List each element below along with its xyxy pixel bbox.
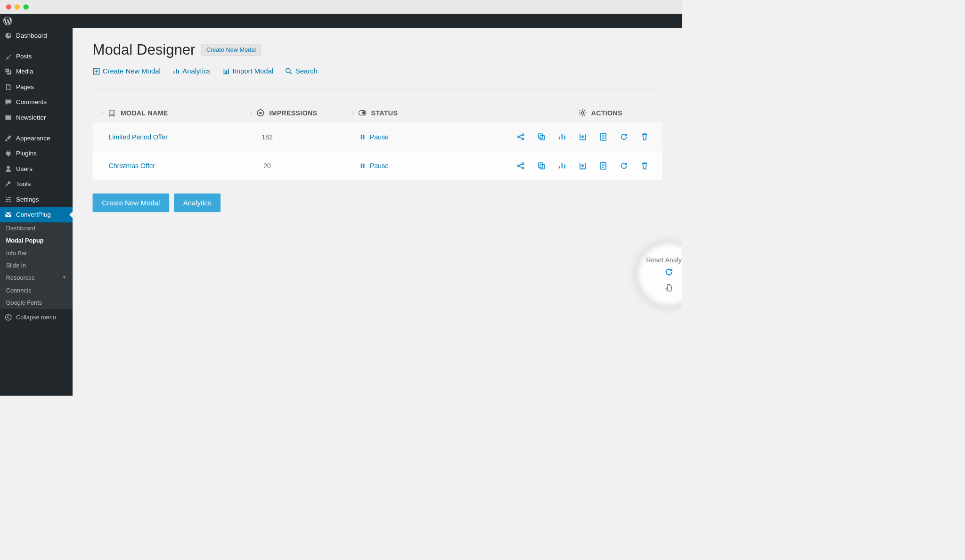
submenu-resources[interactable]: Resources▼ xyxy=(0,272,73,284)
svg-rect-9 xyxy=(363,135,365,139)
sidebar-item-dashboard[interactable]: Dashboard xyxy=(0,28,73,43)
sliders-icon xyxy=(5,196,12,203)
submenu-google-fonts[interactable]: Google Fonts xyxy=(0,297,73,309)
plus-square-icon xyxy=(93,68,100,75)
toolbar-create-modal[interactable]: Create New Modal xyxy=(93,67,161,75)
status-toggle[interactable]: Pause xyxy=(359,133,389,140)
sidebar-item-appearance[interactable]: Appearance xyxy=(0,130,73,146)
submenu-connects[interactable]: Connects xyxy=(0,284,73,297)
refresh-icon[interactable] xyxy=(620,162,628,170)
collapse-label: Collapse menu xyxy=(16,314,56,321)
analytics-footer-button[interactable]: Analytics xyxy=(174,194,221,212)
table-row: Limited Period Offer 182 Pause xyxy=(93,122,662,151)
chevron-right-icon[interactable] xyxy=(99,110,105,115)
trash-icon[interactable] xyxy=(640,132,649,141)
refresh-icon[interactable] xyxy=(620,132,628,141)
close-window-button[interactable] xyxy=(6,4,11,9)
trash-icon[interactable] xyxy=(640,162,649,170)
sidebar-item-convertplug[interactable]: ConvertPlug xyxy=(0,207,73,223)
submenu-dashboard[interactable]: Dashboard xyxy=(0,222,73,235)
svg-point-7 xyxy=(581,112,584,114)
envelope-icon xyxy=(5,114,12,122)
admin-sidebar: Dashboard Posts Media Pages Comments New… xyxy=(0,28,73,396)
pages-icon xyxy=(5,83,12,91)
sidebar-item-users[interactable]: Users xyxy=(0,161,73,177)
sidebar-item-settings[interactable]: Settings xyxy=(0,192,73,207)
maximize-window-button[interactable] xyxy=(23,4,28,9)
toggle-icon xyxy=(359,109,367,117)
wordpress-logo-icon[interactable] xyxy=(3,16,12,25)
toolbar-label: Create New Modal xyxy=(103,67,161,75)
minimize-window-button[interactable] xyxy=(15,4,20,9)
svg-point-19 xyxy=(522,163,524,165)
copy-icon[interactable] xyxy=(537,132,546,141)
document-icon[interactable] xyxy=(599,162,607,170)
download-icon[interactable] xyxy=(578,132,587,141)
sidebar-item-media[interactable]: Media xyxy=(0,64,73,80)
analytics-icon[interactable] xyxy=(558,132,566,141)
sidebar-item-plugins[interactable]: Plugins xyxy=(0,146,73,162)
sidebar-item-posts[interactable]: Posts xyxy=(0,49,73,64)
sidebar-item-pages[interactable]: Pages xyxy=(0,79,73,95)
submenu-info-bar[interactable]: Info Bar xyxy=(0,247,73,260)
submenu-modal-popup[interactable]: Modal Popup xyxy=(0,235,73,247)
convertplug-icon xyxy=(5,211,12,219)
pause-icon xyxy=(359,162,366,169)
document-icon[interactable] xyxy=(599,132,607,141)
chevron-right-icon[interactable] xyxy=(350,110,355,115)
bookmark-icon xyxy=(108,109,116,117)
svg-point-10 xyxy=(518,136,520,138)
sidebar-item-comments[interactable]: Comments xyxy=(0,95,73,110)
toolbar-label: Search xyxy=(295,67,318,75)
pause-icon xyxy=(359,134,366,140)
sidebar-label: Newsletter xyxy=(16,114,46,122)
download-icon[interactable] xyxy=(578,162,587,170)
chevron-down-icon: ▼ xyxy=(62,275,67,280)
svg-point-0 xyxy=(5,315,11,320)
svg-point-18 xyxy=(518,165,520,167)
share-icon[interactable] xyxy=(516,162,525,170)
create-new-modal-footer-button[interactable]: Create New Modal xyxy=(93,194,170,212)
collapse-menu-button[interactable]: Collapse menu xyxy=(0,309,73,325)
sidebar-label: Appearance xyxy=(16,135,50,142)
svg-rect-8 xyxy=(361,135,362,139)
gear-icon xyxy=(579,109,587,117)
th-actions: ACTIONS xyxy=(591,109,622,117)
media-icon xyxy=(5,68,12,75)
sidebar-label: Pages xyxy=(16,83,34,91)
svg-point-20 xyxy=(522,167,524,169)
toolbar-label: Import Modal xyxy=(232,67,273,75)
svg-point-11 xyxy=(522,134,524,136)
svg-rect-16 xyxy=(361,163,362,168)
sidebar-item-newsletter[interactable]: Newsletter xyxy=(0,110,73,125)
svg-point-12 xyxy=(522,138,524,140)
status-label: Pause xyxy=(370,162,389,170)
svg-point-2 xyxy=(286,68,290,73)
svg-rect-17 xyxy=(363,163,365,168)
brush-icon xyxy=(5,135,12,142)
tooltip-spotlight: Reset Analytics xyxy=(636,241,682,308)
chevron-right-icon[interactable] xyxy=(248,110,253,115)
copy-icon[interactable] xyxy=(537,162,546,170)
toolbar-import-modal[interactable]: Import Modal xyxy=(222,67,273,75)
toolbar-search[interactable]: Search xyxy=(286,67,318,75)
refresh-icon xyxy=(664,267,674,276)
analytics-icon[interactable] xyxy=(558,162,566,170)
share-icon[interactable] xyxy=(516,132,525,141)
modal-name-link[interactable]: Christmas Offer xyxy=(108,162,155,170)
divider xyxy=(93,89,662,89)
status-toggle[interactable]: Pause xyxy=(359,162,389,170)
create-new-modal-header-button[interactable]: Create New Modal xyxy=(201,44,261,56)
submenu-slide-in[interactable]: Slide In xyxy=(0,260,73,272)
modal-name-link[interactable]: Limited Period Offer xyxy=(108,133,167,140)
search-icon xyxy=(286,68,293,75)
sidebar-label: Comments xyxy=(16,98,47,106)
th-name: MODAL NAME xyxy=(121,109,168,117)
pin-icon xyxy=(5,53,12,60)
sidebar-label: ConvertPlug xyxy=(16,211,51,219)
svg-point-4 xyxy=(260,112,261,114)
toolbar-analytics[interactable]: Analytics xyxy=(172,67,211,75)
dashboard-icon xyxy=(5,32,12,40)
sidebar-item-tools[interactable]: Tools xyxy=(0,177,73,192)
main-content: Modal Designer Create New Modal Create N… xyxy=(73,28,682,396)
